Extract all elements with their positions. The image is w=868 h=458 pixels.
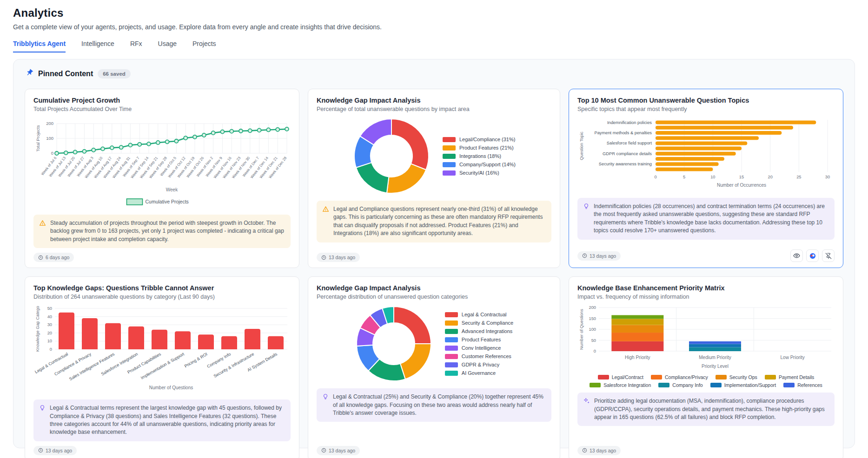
card-footer: 13 days ago xyxy=(317,441,551,455)
svg-text:50: 50 xyxy=(591,338,596,343)
saved-count-badge: 66 saved xyxy=(98,69,131,79)
pinned-content-panel: Pinned Content 66 saved Cumulative Proje… xyxy=(13,59,855,448)
card-knowledge-gap-impact-analysis-2[interactable]: Knowledge Gap Impact Analysis Percentage… xyxy=(308,276,560,458)
bar-chart: 01020304050Legal & ContractualCompliance… xyxy=(33,304,291,395)
line-chart: 0100200Week of Jul 6Week of Jul 13Week o… xyxy=(33,116,291,210)
svg-text:Knowledge Gap Catego: Knowledge Gap Catego xyxy=(35,306,40,352)
stacked-bar-chart: 050100150200High PriorityMedium Priority… xyxy=(577,304,835,388)
svg-text:30: 30 xyxy=(825,175,830,179)
svg-text:Salesforce field support: Salesforce field support xyxy=(607,141,652,145)
svg-text:100: 100 xyxy=(46,136,53,141)
page-title: Analytics xyxy=(13,7,855,20)
svg-text:20: 20 xyxy=(768,175,772,179)
card-actions xyxy=(790,249,835,262)
insight-box: Prioritize adding legal documentation (M… xyxy=(577,393,835,426)
insight-text: Indemnification policies (28 occurrences… xyxy=(594,203,829,235)
tab-intelligence[interactable]: Intelligence xyxy=(81,40,114,52)
svg-text:Total Projects: Total Projects xyxy=(35,125,40,151)
svg-text:20: 20 xyxy=(47,331,52,335)
clock-icon xyxy=(321,255,326,260)
insight-text: Steady accumulation of projects througho… xyxy=(50,219,285,243)
insight-box: Steady accumulation of projects througho… xyxy=(33,215,291,248)
clock-icon xyxy=(321,448,326,453)
svg-text:25: 25 xyxy=(796,175,801,179)
clock-icon xyxy=(38,255,43,260)
svg-text:15: 15 xyxy=(739,175,744,179)
svg-text:0: 0 xyxy=(51,150,53,156)
clock-icon xyxy=(582,448,587,453)
svg-text:Payment methods & penalties: Payment methods & penalties xyxy=(594,131,652,135)
insight-box: Legal & Contractual (25%) and Security &… xyxy=(317,388,551,422)
card-subtitle: Distribution of 264 unanswerable questio… xyxy=(33,294,291,300)
tab-rfx[interactable]: RFx xyxy=(130,40,142,52)
svg-text:High Priority: High Priority xyxy=(625,355,650,360)
insight-text: Legal and Compliance questions represent… xyxy=(333,205,546,238)
pin-icon xyxy=(26,69,33,79)
donut-chart: Legal/Compliance (31%)Product Features (… xyxy=(317,116,551,196)
card-subtitle: Percentage of total unanswerable questio… xyxy=(317,106,551,112)
svg-text:5: 5 xyxy=(683,175,685,179)
pinned-cards-grid: Cumulative Project Growth Total Projects… xyxy=(25,89,843,458)
card-title: Knowledge Gap Impact Analysis xyxy=(317,97,551,104)
donut-chart: Legal & ContractualSecurity & Compliance… xyxy=(317,304,551,384)
card-cumulative-project-growth[interactable]: Cumulative Project Growth Total Projects… xyxy=(25,89,299,268)
analytics-page: Analytics Get a complete view of your ag… xyxy=(0,0,868,448)
tab-projects[interactable]: Projects xyxy=(192,40,216,52)
svg-text:Medium Priority: Medium Priority xyxy=(699,355,731,360)
svg-text:30: 30 xyxy=(47,322,52,327)
svg-text:Indemnification policies: Indemnification policies xyxy=(607,120,652,125)
tab-usage[interactable]: Usage xyxy=(158,40,177,52)
clock-icon xyxy=(582,253,587,258)
svg-text:Security awareness training: Security awareness training xyxy=(599,162,652,166)
card-subtitle: Total Projects Accumulated Over Time xyxy=(33,106,291,112)
svg-text:GDPR compliance details: GDPR compliance details xyxy=(603,151,652,156)
svg-text:50: 50 xyxy=(47,306,52,311)
card-footer: 6 days ago xyxy=(33,248,291,262)
pinned-content-title: Pinned Content xyxy=(38,70,93,78)
card-title: Knowledge Gap Impact Analysis xyxy=(317,284,551,292)
palette-button[interactable] xyxy=(806,249,819,262)
tab-tribblytics-agent[interactable]: Tribblytics Agent xyxy=(13,40,66,52)
timestamp-badge: 13 days ago xyxy=(33,446,77,455)
svg-text:0: 0 xyxy=(654,175,656,179)
svg-text:Question Topic: Question Topic xyxy=(579,131,584,160)
card-top-10-unanswerable-topics[interactable]: Top 10 Most Common Unanswerable Question… xyxy=(569,89,843,268)
eye-icon xyxy=(793,253,800,259)
svg-text:Security & Infrastructure: Security & Infrastructure xyxy=(213,352,255,379)
timestamp-badge: 13 days ago xyxy=(317,446,360,455)
svg-text:200: 200 xyxy=(589,305,596,310)
svg-text:200: 200 xyxy=(46,121,53,126)
unpin-icon xyxy=(825,253,832,259)
page-subtitle: Get a complete view of your agents, proj… xyxy=(13,23,855,31)
timestamp-badge: 13 days ago xyxy=(577,446,621,455)
insight-text: Legal & Contractual (25%) and Security &… xyxy=(333,393,546,417)
card-footer: 13 days ago xyxy=(317,248,551,262)
palette-icon xyxy=(809,253,816,259)
card-kb-enhancement-priority-matrix[interactable]: Knowledge Base Enhancement Priority Matr… xyxy=(569,276,843,458)
svg-text:Low Priority: Low Priority xyxy=(781,355,805,360)
svg-text:Number of Occurrences: Number of Occurrences xyxy=(717,183,766,188)
svg-text:Sales Intelligence Features: Sales Intelligence Features xyxy=(68,352,115,381)
svg-text:150: 150 xyxy=(589,316,596,321)
timestamp-badge: 6 days ago xyxy=(33,253,74,262)
horizontal-bar-chart: 051015202530Indemnification policiesPaym… xyxy=(577,116,835,193)
svg-text:Pricing & ROI: Pricing & ROI xyxy=(184,352,208,368)
svg-text:Priority Level: Priority Level xyxy=(702,364,729,369)
tab-bar: Tribblytics Agent Intelligence RFx Usage… xyxy=(13,40,855,52)
card-title: Top Knowledge Gaps: Questions Tribble Ca… xyxy=(33,284,291,292)
card-subtitle: Percentage distribution of unanswered qu… xyxy=(317,294,551,300)
unpin-button[interactable] xyxy=(822,249,835,262)
card-knowledge-gap-impact-analysis-1[interactable]: Knowledge Gap Impact Analysis Percentage… xyxy=(308,89,560,268)
card-title: Top 10 Most Common Unanswerable Question… xyxy=(577,97,835,104)
lightbulb-icon xyxy=(583,203,590,235)
svg-text:Cumulative Projects: Cumulative Projects xyxy=(146,199,189,204)
insight-box: Legal & Contractual terms represent the … xyxy=(33,399,291,441)
insight-box: Legal and Compliance questions represent… xyxy=(317,201,551,242)
lightbulb-icon xyxy=(39,405,46,437)
card-top-knowledge-gaps[interactable]: Top Knowledge Gaps: Questions Tribble Ca… xyxy=(25,276,299,458)
view-button[interactable] xyxy=(790,249,803,262)
svg-text:40: 40 xyxy=(47,314,52,319)
svg-text:Implementation & Support: Implementation & Support xyxy=(140,352,185,380)
insight-text: Legal & Contractual terms represent the … xyxy=(50,404,285,437)
sparkles-icon xyxy=(583,398,590,421)
